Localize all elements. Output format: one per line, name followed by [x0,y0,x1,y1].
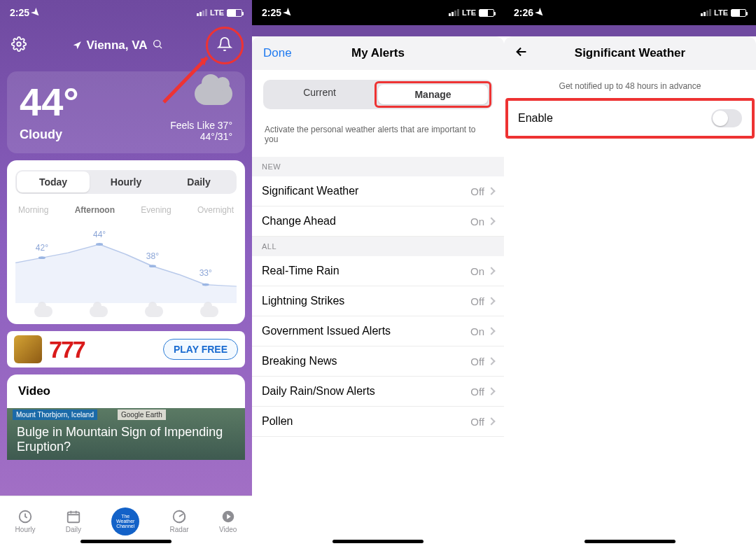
cloud-icon [145,306,163,317]
enable-toggle[interactable] [711,109,742,127]
video-card: Video Mount Thorbjorn, Iceland Google Ea… [7,374,245,460]
play-icon [220,509,236,524]
daypart-overnight[interactable]: Overnight [197,205,234,215]
video-thumbnail[interactable]: Mount Thorbjorn, Iceland Google Earth Bu… [7,408,245,460]
svg-line-2 [160,46,162,48]
chevron-right-icon [487,267,495,274]
chevron-right-icon [487,187,495,195]
section-new: NEW [252,157,504,176]
chevron-right-icon [487,387,495,395]
tab-home[interactable]: The Weather Channel [111,507,139,536]
chart-label: 42° [36,243,48,253]
cloud-icon [90,306,108,317]
location-arrow-icon [72,41,82,50]
signal-icon [701,9,711,16]
section-all: ALL [252,237,504,256]
phone-my-alerts: 2:25 ➤ LTE Done My Alerts Current Manage… [252,0,504,546]
tab-today[interactable]: Today [17,172,90,192]
svg-point-8 [202,284,209,286]
alert-row[interactable]: Government Issued AlertsOn [252,316,504,346]
chevron-right-icon [487,297,495,304]
battery-icon [731,9,746,17]
radar-icon [172,509,187,524]
status-bar: 2:26 ➤ LTE [504,0,756,25]
alert-row[interactable]: Breaking NewsOff [252,346,504,377]
svg-rect-10 [68,512,80,523]
svg-point-5 [38,256,46,259]
tab-radar[interactable]: Radar [169,509,188,533]
video-title: Bulge in Mountain Sign of Impending Erup… [17,425,235,454]
current-condition: Cloudy [20,127,79,142]
svg-point-1 [153,40,160,46]
current-conditions-card[interactable]: 44° Cloudy Feels Like 37° 44°/31° [7,71,245,153]
home-indicator[interactable] [332,540,424,543]
status-bar: 2:25 ➤ LTE [252,0,504,25]
arrow-left-icon [514,44,529,59]
tab-hourly[interactable]: Hourly [15,509,36,533]
cloudy-icon [195,83,232,105]
sheet-header: Done My Alerts [252,36,504,70]
daypart-evening[interactable]: Evening [141,205,171,215]
high-low: 44°/31° [170,131,232,142]
chart-label: 44° [93,230,106,239]
alert-row[interactable]: Real-Time RainOn [252,256,504,286]
alert-row[interactable]: Lightning StrikesOff [252,286,504,316]
alert-description: Get notified up to 48 hours in advance [504,70,756,98]
tab-daily[interactable]: Daily [162,172,235,192]
alert-row[interactable]: Daily Rain/Snow AlertsOff [252,377,504,407]
signal-icon [449,9,459,16]
alerts-description: Activate the personal weather alerts tha… [252,119,504,157]
chart-label: 38° [146,251,159,261]
chevron-right-icon [487,417,495,425]
svg-marker-4 [200,57,207,66]
alert-row[interactable]: PollenOff [252,407,504,437]
alert-row-significant-weather[interactable]: Significant Weather Off [252,176,504,206]
ad-banner[interactable]: 777 PLAY FREE [7,331,245,368]
done-button[interactable]: Done [263,46,292,60]
video-tag: Google Earth [118,410,166,420]
annotation-circle [206,27,244,64]
cloud-icon [200,306,218,317]
cloud-icon [34,306,52,317]
back-button[interactable] [514,44,529,62]
temp-chart: 42° 44° 38° 33° [15,219,237,303]
svg-point-6 [96,243,103,246]
battery-icon [479,9,494,17]
page-title: Significant Weather [575,46,685,60]
ad-icon [14,335,42,363]
tab-hourly[interactable]: Hourly [90,172,162,192]
location-selector[interactable]: Vienna, VA [72,38,162,53]
daypart-afternoon[interactable]: Afternoon [75,205,115,215]
settings-icon[interactable] [11,36,27,55]
home-indicator[interactable] [80,540,172,543]
forecast-segmented-control: Today Hourly Daily [15,170,237,194]
tab-daily[interactable]: Daily [66,509,81,533]
phone-home: 2:25 ➤ LTE Vienna, VA 44° Clo [0,0,252,546]
home-indicator[interactable] [584,540,676,543]
sheet-header: Significant Weather [504,36,756,70]
chart-label: 33° [200,268,212,278]
search-icon[interactable] [152,38,163,53]
daypart-morning[interactable]: Morning [18,205,48,215]
seg-manage[interactable]: Manage [378,85,488,104]
forecast-card: Today Hourly Daily Morning Afternoon Eve… [7,160,245,324]
alert-row-change-ahead[interactable]: Change Ahead On [252,206,504,237]
ad-cta-button[interactable]: PLAY FREE [163,339,238,360]
tab-video[interactable]: Video [219,509,237,533]
page-title: My Alerts [351,46,405,60]
annotation-highlight: Enable [505,98,755,139]
chevron-right-icon [487,357,495,365]
clock-icon [18,509,33,524]
svg-point-0 [17,42,21,46]
battery-icon [227,9,242,17]
video-tag: Mount Thorbjorn, Iceland [13,410,97,420]
enable-label: Enable [518,112,553,125]
phone-significant-weather: 2:26 ➤ LTE Significant Weather Get notif… [504,0,756,546]
svg-point-7 [149,265,156,267]
feels-like: Feels Like 37° [170,120,232,131]
status-bar: 2:25 ➤ LTE [0,0,252,25]
current-temp: 44° [20,83,79,122]
annotation-highlight: Manage [374,81,491,108]
location-services-icon: ➤ [29,6,43,20]
seg-current[interactable]: Current [265,81,374,108]
